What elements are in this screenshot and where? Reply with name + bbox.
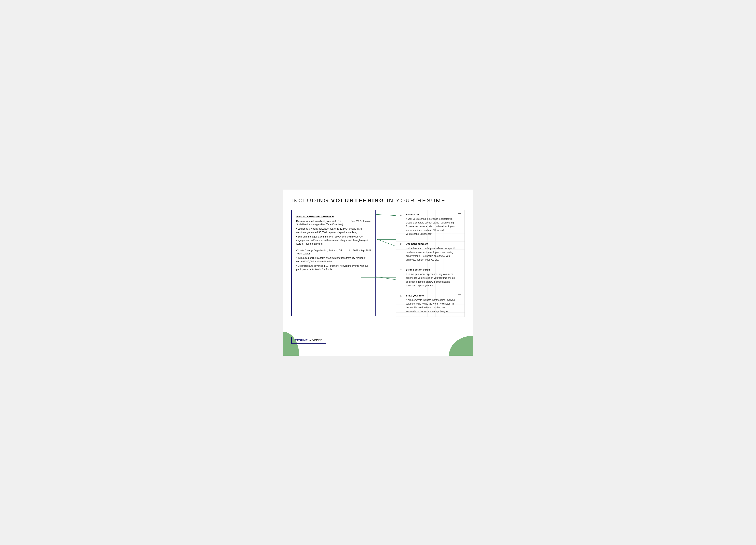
title-prefix: INCLUDING — [291, 197, 331, 203]
tip-4-text: A simple way to indicate that the roles … — [406, 298, 456, 314]
svg-line-5 — [376, 277, 396, 280]
tip-item-3: 3. Strong action verbs Just like paid wo… — [396, 265, 465, 291]
tip-2-checkbox[interactable] — [458, 243, 461, 246]
content-area: VOLUNTEERING EXPERIENCE Resume Worded No… — [291, 210, 465, 329]
resume-entry-1-bullet-1: • Launched a weekly newsletter reaching … — [296, 227, 371, 234]
title-suffix: IN YOUR RESUME — [384, 197, 446, 203]
tip-1-content: Section title If your volunteering exper… — [406, 213, 456, 236]
tip-4-content: State your role A simple way to indicate… — [406, 294, 456, 314]
resume-entry-1-role: Social Media Manager (Part-Time Voluntee… — [296, 223, 371, 226]
tip-1-checkbox[interactable] — [458, 213, 461, 217]
page-title: INCLUDING VOLUNTEERING IN YOUR RESUME — [291, 197, 465, 204]
tip-1-title: Section title — [406, 213, 456, 216]
resume-entry-2-org: Climate Change Organization, Portland, O… — [296, 249, 342, 252]
connector-svg-middle — [376, 210, 396, 328]
resume-entry-1-date: Jan 2022 - Present — [351, 220, 371, 223]
page-container: INCLUDING VOLUNTEERING IN YOUR RESUME VO… — [283, 189, 473, 356]
svg-line-3 — [376, 214, 396, 215]
resume-panel: VOLUNTEERING EXPERIENCE Resume Worded No… — [291, 210, 376, 316]
title-bold: VOLUNTEERING — [331, 197, 384, 203]
tip-3-number: 3. — [400, 268, 406, 271]
resume-entry-1-bullet-2: • Built and managed a community of 2500+… — [296, 235, 371, 245]
tip-3-title: Strong action verbs — [406, 268, 456, 271]
resume-entry-1-header: Resume Worded Non-Profit, New York, NY J… — [296, 220, 371, 223]
tip-1-number: 1. — [400, 213, 406, 216]
resume-entry-2: Climate Change Organization, Portland, O… — [296, 249, 371, 271]
tip-4-number: 4. — [400, 294, 406, 298]
connector-area — [376, 210, 396, 329]
brand-worded: WORDED — [309, 339, 323, 342]
tip-item-1: 1. Section title If your volunteering ex… — [396, 210, 465, 239]
resume-entry-2-date: Jun 2021 - Sept 2021 — [348, 249, 371, 252]
tips-panel: 1. Section title If your volunteering ex… — [396, 210, 465, 317]
tip-3-checkbox[interactable] — [458, 268, 461, 272]
resume-entry-2-bullet-2: • Organized and advertised 10+ quarterly… — [296, 264, 371, 271]
tip-2-title: Use hard numbers — [406, 242, 456, 245]
tip-item-4: 4. State your role A simple way to indic… — [396, 291, 465, 317]
brand-box: RESUME WORDED — [291, 337, 326, 344]
tip-4-title: State your role — [406, 294, 456, 297]
branding-area: RESUME WORDED — [291, 337, 465, 344]
tip-2-content: Use hard numbers Notice how each bullet … — [406, 242, 456, 262]
resume-section-title: VOLUNTEERING EXPERIENCE — [296, 215, 371, 218]
brand-resume: RESUME — [295, 339, 308, 342]
resume-entry-1: Resume Worded Non-Profit, New York, NY J… — [296, 220, 371, 245]
resume-entry-1-org: Resume Worded Non-Profit, New York, NY — [296, 220, 341, 223]
tip-2-number: 2. — [400, 242, 406, 246]
tip-3-text: Just like paid work experience, any volu… — [406, 272, 456, 288]
tip-4-checkbox[interactable] — [458, 295, 461, 298]
tip-item-2: 2. Use hard numbers Notice how each bull… — [396, 239, 465, 265]
resume-entry-2-bullet-1: • Introduced online platform enabling do… — [296, 256, 371, 263]
tip-3-content: Strong action verbs Just like paid work … — [406, 268, 456, 288]
tip-2-text: Notice how each bullet point references … — [406, 246, 456, 262]
resume-entry-2-header: Climate Change Organization, Portland, O… — [296, 249, 371, 252]
resume-entry-2-role: Team Leader — [296, 252, 371, 255]
tip-1-text: If your volunteering experience is subst… — [406, 217, 456, 236]
svg-line-4 — [376, 239, 396, 246]
